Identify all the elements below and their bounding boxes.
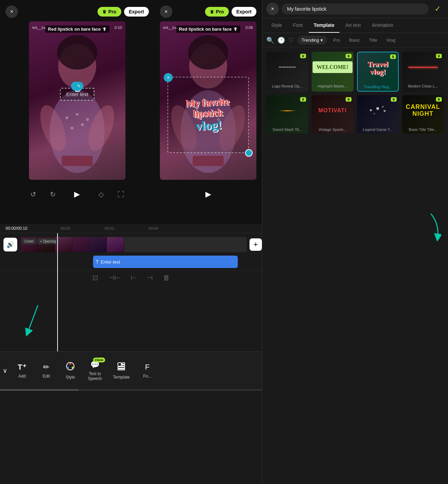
styled-text-overlay-container: × My favrite lipstick vlog! bbox=[167, 77, 248, 153]
toolbar-section: ∨ T⁺ Add ✏ Edit bbox=[0, 351, 262, 389]
filter-basic[interactable]: Basic bbox=[346, 36, 363, 44]
template-vintage-sports[interactable]: MOTIVATI Vintage Sports... bbox=[312, 95, 353, 134]
right-video-section: × Pro Export krii__tuu 0:08 Red lipstick… bbox=[154, 0, 262, 224]
chevron-button[interactable]: ∨ bbox=[3, 367, 7, 374]
tab-font[interactable]: Font bbox=[288, 18, 307, 33]
split-icon[interactable]: ⊣⊢ bbox=[109, 274, 120, 282]
vintage-demo-text: MOTIVATI bbox=[318, 107, 347, 114]
template-logo-name: Logo Reveal Op... bbox=[266, 83, 308, 90]
progress-fill bbox=[0, 389, 79, 391]
left-export-button[interactable]: Export bbox=[124, 7, 149, 17]
tab-animation[interactable]: Animation bbox=[367, 18, 398, 33]
toolbar-template[interactable]: Template bbox=[108, 359, 135, 382]
right-resize-handle[interactable] bbox=[245, 149, 253, 157]
keyframe-button[interactable]: ◇ bbox=[99, 190, 104, 198]
filter-vlog[interactable]: Vlog bbox=[384, 36, 398, 44]
svg-point-33 bbox=[382, 106, 384, 107]
left-playback-controls: ↺ ↻ ▶ ◇ ⛶ bbox=[29, 183, 125, 205]
svg-point-32 bbox=[374, 113, 375, 114]
right-pro-button[interactable]: Pro bbox=[205, 7, 228, 17]
svg-rect-25 bbox=[122, 363, 125, 364]
recent-icon[interactable]: 🕐 bbox=[277, 37, 285, 44]
filter-row: 🔍 🕐 ♡ Trending ▾ Pro Basic Title Vlog bbox=[262, 33, 448, 48]
template-carnival-night[interactable]: CARNIVALNIGHT Basic Title Title... bbox=[402, 95, 444, 134]
text-overlay-edit[interactable]: ✎ bbox=[74, 82, 83, 91]
svg-rect-10 bbox=[62, 156, 93, 166]
text-track-content: T Enter text bbox=[21, 254, 262, 269]
svg-point-21 bbox=[69, 363, 71, 365]
audio-track-content: Cover + Opening bbox=[21, 237, 247, 252]
text-track-icon: T bbox=[96, 259, 99, 265]
left-pro-button[interactable]: Pro bbox=[98, 7, 121, 17]
tts-icon-wrapper: 💬 Clone bbox=[90, 360, 100, 369]
template-logo-reveal[interactable]: ━━━━━ Logo Reveal Op... bbox=[266, 52, 308, 92]
left-play-button[interactable]: ▶ bbox=[70, 187, 85, 202]
template-icon bbox=[117, 362, 126, 373]
toolbar-add[interactable]: T⁺ Add bbox=[10, 360, 34, 381]
panel-close-button[interactable]: × bbox=[266, 3, 279, 15]
edit-icon: ✏ bbox=[43, 363, 49, 372]
clone-badge: Clone bbox=[93, 358, 105, 362]
more-icon: F bbox=[145, 363, 150, 372]
right-export-button[interactable]: Export bbox=[232, 7, 256, 17]
svg-rect-24 bbox=[118, 363, 121, 366]
time-mark-0: 00:00 bbox=[61, 226, 70, 230]
favorite-icon[interactable]: ♡ bbox=[288, 37, 294, 44]
svg-point-23 bbox=[67, 367, 69, 369]
confirm-button[interactable]: ✓ bbox=[431, 3, 444, 15]
time-mark-2: 00:04 bbox=[149, 226, 158, 230]
trending-dropdown[interactable]: Trending ▾ bbox=[297, 36, 327, 44]
left-panel-header: × Pro Export bbox=[6, 6, 149, 18]
tab-style[interactable]: Style bbox=[266, 18, 287, 33]
toolbar-more[interactable]: F Fo... bbox=[135, 360, 159, 381]
styled-text-close[interactable]: × bbox=[164, 73, 173, 82]
pro-badge-legend bbox=[391, 97, 397, 102]
text-input-field[interactable] bbox=[282, 3, 429, 14]
video-thumb-5 bbox=[90, 237, 107, 252]
speaker-button[interactable]: 🔊 bbox=[3, 238, 17, 251]
redo-button[interactable]: ↻ bbox=[50, 190, 56, 198]
template-sword-slash[interactable]: Sword Slash Tit... bbox=[266, 95, 308, 134]
style-icon bbox=[66, 362, 75, 373]
toolbar-edit[interactable]: ✏ Edit bbox=[34, 360, 58, 381]
toolbar-tts[interactable]: 💬 Clone Text toSpeech bbox=[82, 358, 108, 384]
left-close-button[interactable]: × bbox=[6, 6, 18, 18]
video-thumb-6 bbox=[107, 237, 124, 252]
audio-track-row: 🔊 Cover bbox=[0, 236, 262, 253]
edit-label: Edit bbox=[43, 374, 50, 379]
svg-rect-26 bbox=[122, 365, 125, 366]
right-close-button[interactable]: × bbox=[160, 6, 172, 18]
svg-rect-27 bbox=[118, 367, 125, 368]
pro-badge-carnival bbox=[436, 97, 442, 102]
template-highlight[interactable]: WELCOME! Highlight Marke... bbox=[312, 52, 353, 92]
undo-button[interactable]: ↺ bbox=[30, 190, 36, 198]
toolbar-style[interactable]: Style bbox=[58, 359, 82, 382]
trim-left-icon[interactable]: ⊢ bbox=[131, 274, 136, 282]
left-video-person: krii__tuu 0:10 Red lipstick on bare face… bbox=[29, 21, 125, 180]
template-modern-name: Modern Clean L... bbox=[402, 83, 444, 90]
delete-icon[interactable]: 🗑 bbox=[163, 274, 170, 282]
sword-demo-bar bbox=[279, 110, 296, 111]
copy-frame-icon[interactable]: ⊡ bbox=[92, 274, 98, 282]
text-track-block[interactable]: T Enter text bbox=[93, 256, 238, 268]
template-legend-game[interactable]: Legend Game T... bbox=[357, 95, 399, 134]
fullscreen-button[interactable]: ⛶ bbox=[118, 190, 124, 198]
timeline-header: 00:00/00:10 00:00 00:02 00:04 bbox=[0, 224, 262, 233]
template-sword-name: Sword Slash Tit... bbox=[266, 126, 308, 134]
template-travel-thumb: Travelvlog! bbox=[358, 52, 398, 83]
add-track-button[interactable]: + bbox=[250, 238, 262, 251]
tab-template[interactable]: Template bbox=[309, 18, 339, 33]
tab-art-text[interactable]: Art text bbox=[341, 18, 366, 33]
template-carnival-thumb: CARNIVALNIGHT bbox=[402, 95, 444, 126]
right-play-button[interactable]: ▶ bbox=[201, 187, 216, 202]
trim-right-icon[interactable]: ⊣ bbox=[147, 274, 153, 282]
right-column: × ✓ Style Font Template Art text Animati… bbox=[262, 0, 448, 484]
template-travelling-vlog[interactable]: Travelvlog! Travelling Vlog... bbox=[357, 52, 399, 92]
filter-title[interactable]: Title bbox=[366, 36, 380, 44]
svg-point-22 bbox=[72, 367, 74, 369]
template-grid: ━━━━━ Logo Reveal Op... WELCOME! Highlig… bbox=[262, 48, 448, 484]
svg-point-7 bbox=[81, 123, 84, 126]
filter-pro[interactable]: Pro bbox=[330, 36, 343, 44]
search-icon[interactable]: 🔍 bbox=[266, 37, 274, 44]
template-modern-clean[interactable]: Modern Clean L... bbox=[402, 52, 444, 92]
